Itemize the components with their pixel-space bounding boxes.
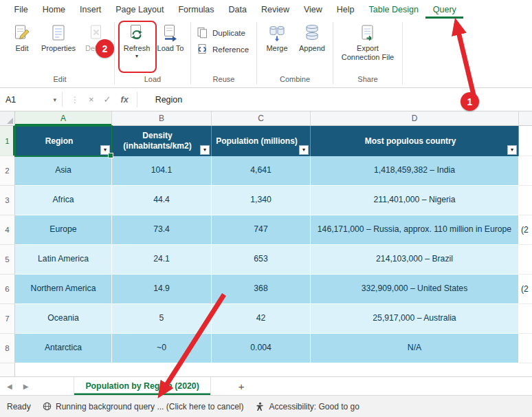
drag-dots-icon[interactable]: ⋮: [71, 95, 79, 105]
add-sheet-button[interactable]: +: [229, 377, 254, 395]
column-header-a[interactable]: A: [15, 111, 112, 125]
cell-overflow[interactable]: [519, 245, 532, 275]
row-header-6[interactable]: 6: [0, 275, 15, 304]
name-box[interactable]: A1 ▾: [0, 88, 62, 111]
append-button[interactable]: Append: [294, 21, 330, 53]
group-label-load: Load: [115, 74, 190, 87]
cell-region[interactable]: Northern America: [15, 275, 112, 304]
sheet-tab-population-by-region[interactable]: Population by Region (2020): [74, 377, 210, 395]
cell-density[interactable]: 14.9: [112, 275, 212, 304]
name-box-dropdown-icon[interactable]: ▾: [53, 96, 56, 103]
cell-population[interactable]: 0.004: [212, 334, 311, 363]
formula-bar-buttons: ⋮ × ✓ fx: [63, 88, 137, 111]
column-header-e-partial[interactable]: [519, 111, 532, 125]
export-connection-file-button[interactable]: Export Connection File: [340, 21, 395, 62]
filter-dropdown-icon[interactable]: ▾: [507, 145, 517, 155]
load-to-button[interactable]: Load To: [155, 21, 186, 53]
tab-query[interactable]: Query: [425, 0, 463, 19]
cell-most-populous[interactable]: 1,418,459,382 – India: [311, 156, 519, 186]
column-header-d[interactable]: D: [311, 111, 519, 125]
cell-b1[interactable]: Density (inhabitants/km2) ▾: [112, 126, 212, 156]
column-header-c[interactable]: C: [212, 111, 311, 125]
row-header-4[interactable]: 4: [0, 215, 15, 245]
cell-overflow[interactable]: (2: [519, 275, 532, 304]
row-header-2[interactable]: 2: [0, 156, 15, 186]
row-header-8[interactable]: 8: [0, 334, 15, 363]
cell-population[interactable]: 4,641: [212, 156, 311, 186]
cell-d1[interactable]: Most populous country ▾: [311, 126, 519, 156]
cell-density[interactable]: 5: [112, 304, 212, 334]
row-header-7[interactable]: 7: [0, 304, 15, 334]
table-row: 2 Asia 104.1 4,641 1,418,459,382 – India: [0, 156, 532, 186]
tab-page-layout[interactable]: Page Layout: [109, 0, 171, 19]
cell-density[interactable]: 24.1: [112, 245, 212, 275]
tab-data[interactable]: Data: [221, 0, 254, 19]
insert-function-icon[interactable]: fx: [121, 95, 129, 105]
row-header-3[interactable]: 3: [0, 186, 15, 215]
column-header-b[interactable]: B: [112, 111, 212, 125]
edit-query-button[interactable]: Edit: [7, 21, 37, 53]
accessibility-status[interactable]: Accessibility: Good to go: [256, 402, 359, 411]
cell-population[interactable]: 368: [212, 275, 311, 304]
tab-formulas[interactable]: Formulas: [171, 0, 221, 19]
cell-overflow[interactable]: [519, 304, 532, 334]
tab-home[interactable]: Home: [35, 0, 72, 19]
enter-icon[interactable]: ✓: [104, 94, 111, 105]
cell-density[interactable]: 104.1: [112, 156, 212, 186]
cell-most-populous[interactable]: N/A: [311, 334, 519, 363]
filter-dropdown-icon[interactable]: ▾: [299, 145, 309, 155]
cell-region[interactable]: Asia: [15, 156, 112, 186]
select-all-corner[interactable]: [0, 111, 15, 125]
row-header-1[interactable]: 1: [0, 126, 15, 156]
duplicate-button[interactable]: Duplicate: [197, 27, 254, 39]
cell-most-populous[interactable]: 214,103,000 – Brazil: [311, 245, 519, 275]
cell-overflow[interactable]: [519, 334, 532, 363]
cell-region[interactable]: Latin America: [15, 245, 112, 275]
reference-button[interactable]: Reference: [197, 43, 254, 55]
refresh-button[interactable]: Refresh ▾: [119, 21, 155, 59]
tab-view[interactable]: View: [296, 0, 329, 19]
merge-button[interactable]: Merge: [260, 21, 294, 53]
cell-region[interactable]: Africa: [15, 186, 112, 215]
cell-overflow[interactable]: [519, 186, 532, 215]
properties-button[interactable]: Properties: [37, 21, 80, 53]
annotation-step-2-badge: 2: [96, 39, 114, 58]
cell-density[interactable]: 44.4: [112, 186, 212, 215]
cell-region[interactable]: Antarctica: [15, 334, 112, 363]
cell-overflow[interactable]: [519, 156, 532, 186]
empty-grid-area[interactable]: [0, 363, 532, 376]
tab-table-design[interactable]: Table Design: [362, 0, 425, 19]
cell-region[interactable]: Oceania: [15, 304, 112, 334]
cell-most-populous[interactable]: 211,401,000 – Nigeria: [311, 186, 519, 215]
duplicate-icon: [197, 27, 208, 39]
merge-icon: [268, 24, 286, 42]
query-status-text[interactable]: Running background query ... (Click here…: [56, 402, 243, 411]
cell-density[interactable]: ~0: [112, 334, 212, 363]
header-most-populous: Most populous country: [365, 136, 456, 147]
filter-dropdown-icon[interactable]: ▾: [200, 145, 210, 155]
tab-insert[interactable]: Insert: [73, 0, 109, 19]
cell-population[interactable]: 1,340: [212, 186, 311, 215]
cell-population[interactable]: 653: [212, 245, 311, 275]
background-query-status[interactable]: Running background query ... (Click here…: [43, 402, 243, 411]
cell-most-populous[interactable]: 332,909,000 – United States: [311, 275, 519, 304]
sheet-nav-left-icon[interactable]: ◀: [7, 383, 12, 390]
cell-density[interactable]: 73.4: [112, 215, 212, 245]
cell-most-populous[interactable]: 146,171,000 – Russia, approx. 110 millio…: [311, 215, 519, 245]
cell-a1-selected[interactable]: Region ▾: [15, 126, 112, 156]
cell-most-populous[interactable]: 25,917,000 – Australia: [311, 304, 519, 334]
cell-region[interactable]: Europe: [15, 215, 112, 245]
cell-population[interactable]: 747: [212, 215, 311, 245]
tab-review[interactable]: Review: [254, 0, 296, 19]
tab-file[interactable]: File: [7, 0, 35, 19]
cell-overflow[interactable]: (2: [519, 215, 532, 245]
cancel-icon[interactable]: ×: [89, 94, 94, 105]
filter-dropdown-icon[interactable]: ▾: [100, 145, 110, 155]
row-header-5[interactable]: 5: [0, 245, 15, 275]
cell-c1[interactable]: Population (millions) ▾: [212, 126, 311, 156]
refresh-dropdown-icon[interactable]: ▾: [135, 54, 138, 59]
cell-population[interactable]: 42: [212, 304, 311, 334]
tab-help[interactable]: Help: [329, 0, 362, 19]
sheet-nav-right-icon[interactable]: ▶: [23, 383, 29, 390]
cell-e1[interactable]: [519, 126, 532, 156]
